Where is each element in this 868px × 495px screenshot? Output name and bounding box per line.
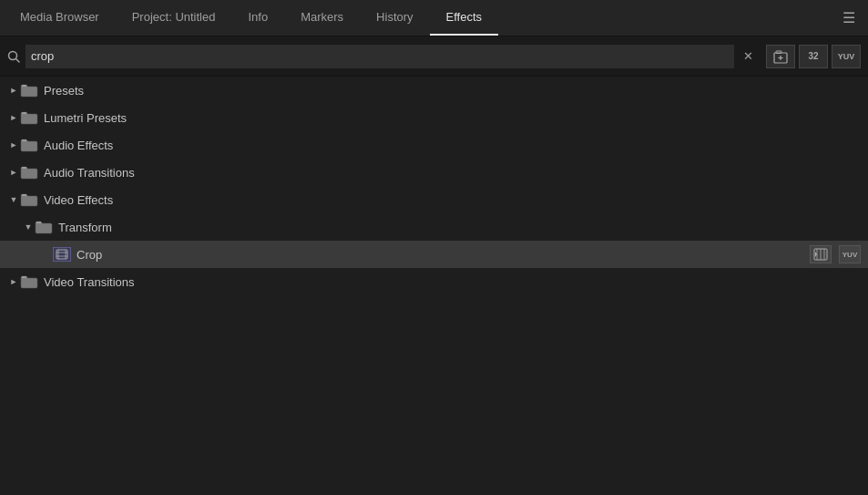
chevron-audio-effects: ►	[7, 139, 20, 151]
label-video-effects: Video Effects	[44, 193, 868, 207]
tab-media-browser[interactable]: Media Browser	[4, 0, 116, 36]
folder-icon-audio-effects	[20, 138, 38, 152]
folder-icon-transform	[35, 220, 53, 234]
svg-line-1	[16, 58, 20, 62]
yuv-button[interactable]: YUV	[832, 45, 861, 68]
search-bar: ✕ 32 YUV	[0, 36, 868, 77]
folder-icon-audio-transitions	[20, 165, 38, 180]
chevron-video-transitions: ►	[7, 275, 20, 288]
tab-project-untitled[interactable]: Project: Untitled	[116, 0, 232, 36]
tree-item-audio-effects[interactable]: ► Audio Effects	[0, 131, 868, 159]
tree-item-crop[interactable]: ► Crop YUV	[0, 241, 868, 268]
tab-effects[interactable]: Effects	[430, 0, 499, 36]
svg-rect-7	[22, 112, 26, 114]
search-icon	[7, 50, 20, 63]
effect-icon-crop	[53, 247, 71, 262]
crop-clip-icon[interactable]	[810, 245, 832, 263]
label-lumetri-presets: Lumetri Presets	[44, 111, 868, 125]
toolbar-buttons: 32 YUV	[766, 45, 861, 68]
chevron-transform: ▼	[22, 221, 35, 233]
svg-rect-6	[22, 85, 26, 87]
effects-panel: ► Presets ► Lumetri Presets ► Audi	[0, 77, 868, 495]
tree-item-video-transitions[interactable]: ► Video Transitions	[0, 268, 868, 295]
svg-rect-11	[36, 222, 41, 223]
list-view-button[interactable]: 32	[799, 45, 828, 68]
svg-rect-9	[22, 167, 26, 169]
tree-item-transform[interactable]: ▼ Transform	[0, 213, 868, 241]
new-bin-button[interactable]	[766, 45, 795, 68]
tab-markers[interactable]: Markers	[284, 0, 360, 36]
chevron-presets: ►	[7, 84, 20, 97]
folder-icon-lumetri	[20, 110, 38, 125]
label-video-transitions: Video Transitions	[44, 275, 868, 289]
folder-icon-video-effects	[20, 192, 38, 207]
chevron-lumetri-presets: ►	[7, 111, 20, 124]
chevron-video-effects: ▼	[7, 193, 20, 206]
folder-icon-video-transitions	[20, 274, 38, 289]
crop-yuv-icon[interactable]: YUV	[839, 245, 861, 263]
folder-icon-presets	[20, 83, 38, 98]
label-audio-transitions: Audio Transitions	[44, 166, 868, 180]
svg-rect-8	[22, 139, 26, 141]
tab-history[interactable]: History	[360, 0, 429, 36]
svg-rect-3	[776, 51, 781, 54]
tab-menu-button[interactable]: ☰	[833, 0, 864, 36]
crop-action-icons: YUV	[810, 245, 861, 263]
label-audio-effects: Audio Effects	[44, 139, 868, 152]
svg-rect-10	[22, 194, 26, 196]
search-clear-button[interactable]: ✕	[740, 49, 757, 63]
search-input[interactable]	[26, 45, 734, 68]
tree-item-video-effects[interactable]: ▼ Video Effects	[0, 186, 868, 213]
svg-rect-22	[22, 276, 26, 278]
label-crop: Crop	[77, 248, 810, 262]
label-transform: Transform	[58, 221, 868, 234]
chevron-audio-transitions: ►	[7, 166, 20, 179]
tab-bar: Media Browser Project: Untitled Info Mar…	[0, 0, 868, 36]
tab-info[interactable]: Info	[231, 0, 284, 36]
tree-item-audio-transitions[interactable]: ► Audio Transitions	[0, 159, 868, 186]
tree-item-lumetri-presets[interactable]: ► Lumetri Presets	[0, 104, 868, 131]
tree-item-presets[interactable]: ► Presets	[0, 77, 868, 104]
label-presets: Presets	[44, 84, 868, 98]
